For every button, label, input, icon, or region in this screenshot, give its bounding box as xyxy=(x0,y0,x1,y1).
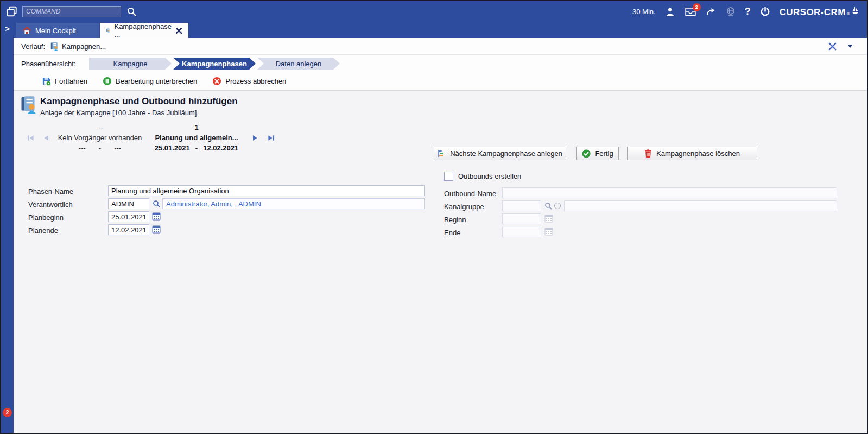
campaign-phase-icon xyxy=(106,26,110,35)
redo-icon[interactable] xyxy=(706,8,717,16)
create-outbounds-checkbox[interactable] xyxy=(444,172,453,181)
page-title: Kampagnenphase und Outbound hinzufügen xyxy=(40,96,238,107)
tab-close-icon[interactable] xyxy=(176,28,182,34)
create-next-phase-label: Nächste Kampagnenphase anlegen xyxy=(450,149,562,158)
create-outbounds-label: Outbounds erstellen xyxy=(458,172,521,180)
history-row: Verlauf: Kampagnen... xyxy=(14,38,867,55)
current-record-name: Planung und allgemein... xyxy=(155,134,238,142)
logout-power-icon[interactable] xyxy=(760,7,770,17)
channel-group-label: Kanalgruppe xyxy=(444,203,484,211)
campaign-icon xyxy=(50,42,59,51)
check-circle-icon xyxy=(582,149,591,158)
help-icon[interactable]: ? xyxy=(745,6,751,17)
phase-overview-label: Phasenübersicht: xyxy=(21,60,89,68)
pause-editing-button[interactable]: Bearbeitung unterbrechen xyxy=(103,77,197,86)
channel-group-input[interactable] xyxy=(502,200,541,211)
outbound-name-input[interactable] xyxy=(502,187,837,198)
phase-name-label: Phasen-Name xyxy=(28,187,73,196)
end-calendar-icon[interactable] xyxy=(544,227,553,236)
app-window: 30 Min. 2 xyxy=(0,0,868,434)
tab-kampagnenphase[interactable]: Kampagnenphase ... xyxy=(100,23,188,38)
plan-start-calendar-icon[interactable] xyxy=(152,212,161,221)
page-title-icon xyxy=(21,95,37,117)
window-switcher-icon[interactable] xyxy=(6,5,18,17)
done-label: Fertig xyxy=(595,149,613,158)
delete-phase-button[interactable]: Kampagnenphase löschen xyxy=(627,147,757,160)
step-kampagnenphasen[interactable]: Kampagnenphasen xyxy=(173,58,256,70)
done-button[interactable]: Fertig xyxy=(576,147,619,160)
user-icon[interactable] xyxy=(665,7,675,16)
end-label: Ende xyxy=(444,229,460,237)
header-right-cluster: 30 Min. 2 xyxy=(632,5,867,18)
continue-label: Fortfahren xyxy=(55,77,87,85)
channel-group-clear-icon[interactable] xyxy=(554,203,561,209)
cancel-icon xyxy=(212,77,221,86)
left-sidebar-strip: 2 xyxy=(1,38,14,433)
begin-calendar-icon[interactable] xyxy=(544,214,553,223)
next-record-button[interactable] xyxy=(249,133,261,143)
sidebar-notification-badge[interactable]: 2 xyxy=(3,408,12,417)
tab-mein-cockpit[interactable]: Mein Cockpit xyxy=(16,23,99,38)
create-outbounds-row: Outbounds erstellen xyxy=(444,172,521,181)
plan-end-label: Planende xyxy=(28,227,58,235)
brand-logo: CURSOR-CRM® xyxy=(780,5,859,18)
history-item-label: Kampagnen... xyxy=(62,42,106,51)
current-record-date-from: 25.01.2021 xyxy=(155,144,190,152)
pause-label: Bearbeitung unterbrechen xyxy=(116,77,197,85)
history-item-kampagnen[interactable]: Kampagnen... xyxy=(50,42,106,51)
date-separator: - xyxy=(195,144,198,152)
responsible-display-link[interactable]: Administrator, Admin, , ADMIN xyxy=(162,198,425,209)
search-icon[interactable] xyxy=(126,7,137,17)
abort-process-button[interactable]: Prozess abbrechen xyxy=(212,77,286,86)
begin-label: Beginn xyxy=(444,216,466,224)
chevron-down-icon[interactable] xyxy=(847,45,853,48)
globe-icon[interactable] xyxy=(726,7,736,16)
create-next-phase-button[interactable]: Nächste Kampagnenphase anlegen xyxy=(434,147,566,160)
inbox-badge: 2 xyxy=(693,3,701,11)
begin-input[interactable] xyxy=(502,213,541,224)
inbox-tray-icon[interactable]: 2 xyxy=(685,7,696,16)
responsible-lookup-icon[interactable] xyxy=(153,200,160,207)
channel-group-display xyxy=(564,200,837,211)
previous-record-index: --- xyxy=(97,123,104,131)
record-navigator: --- Kein Vorgänger vorhanden --- - --- 1… xyxy=(24,123,277,152)
process-toolbar: Fortfahren Bearbeitung unterbrechen Proz… xyxy=(14,72,867,91)
plan-start-input[interactable] xyxy=(108,211,149,222)
previous-record-info: --- Kein Vorgänger vorhanden --- - --- xyxy=(56,123,144,152)
date-separator: - xyxy=(99,144,101,152)
first-record-button[interactable] xyxy=(24,133,36,143)
session-timer: 30 Min. xyxy=(632,8,656,16)
abort-label: Prozess abbrechen xyxy=(225,77,286,85)
previous-record-date-from: --- xyxy=(79,144,86,152)
plan-end-calendar-icon[interactable] xyxy=(152,225,161,234)
delete-phase-label: Kampagnenphase löschen xyxy=(656,149,740,158)
current-record-info: 1 Planung und allgemein... 25.01.2021 - … xyxy=(148,123,245,152)
end-input[interactable] xyxy=(502,227,541,237)
previous-record-date-to: --- xyxy=(114,144,121,152)
phase-breadcrumb: Kampagne Kampagnenphasen Daten anlegen xyxy=(89,58,340,70)
tab-label: Mein Cockpit xyxy=(35,27,76,35)
top-header-bar: 30 Min. 2 xyxy=(1,1,867,22)
main-content: Kampagnenphase und Outbound hinzufügen A… xyxy=(14,91,867,433)
save-continue-icon xyxy=(42,77,51,86)
expand-panel-chevron-icon[interactable]: > xyxy=(5,24,10,33)
step-kampagne[interactable]: Kampagne xyxy=(89,58,172,70)
plan-start-label: Planbeginn xyxy=(28,213,64,222)
continue-button[interactable]: Fortfahren xyxy=(42,77,87,86)
phase-name-input[interactable] xyxy=(108,185,425,196)
previous-record-button[interactable] xyxy=(40,133,52,143)
current-record-date-to: 12.02.2021 xyxy=(203,144,238,152)
previous-record-name: Kein Vorgänger vorhanden xyxy=(58,134,142,142)
responsible-input[interactable] xyxy=(108,198,149,209)
phase-overview-row: Phasenübersicht: Kampagne Kampagnenphase… xyxy=(14,55,867,72)
command-input[interactable] xyxy=(22,6,121,17)
home-icon xyxy=(23,27,31,35)
outbound-name-label: Outbound-Name xyxy=(444,190,496,198)
close-view-icon[interactable] xyxy=(828,42,837,51)
channel-group-lookup-icon[interactable] xyxy=(544,202,552,210)
trash-icon xyxy=(644,149,652,158)
tab-label: Kampagnenphase ... xyxy=(114,22,172,39)
plan-end-input[interactable] xyxy=(108,224,149,235)
last-record-button[interactable] xyxy=(265,133,277,143)
step-daten-anlegen[interactable]: Daten anlegen xyxy=(257,58,340,70)
